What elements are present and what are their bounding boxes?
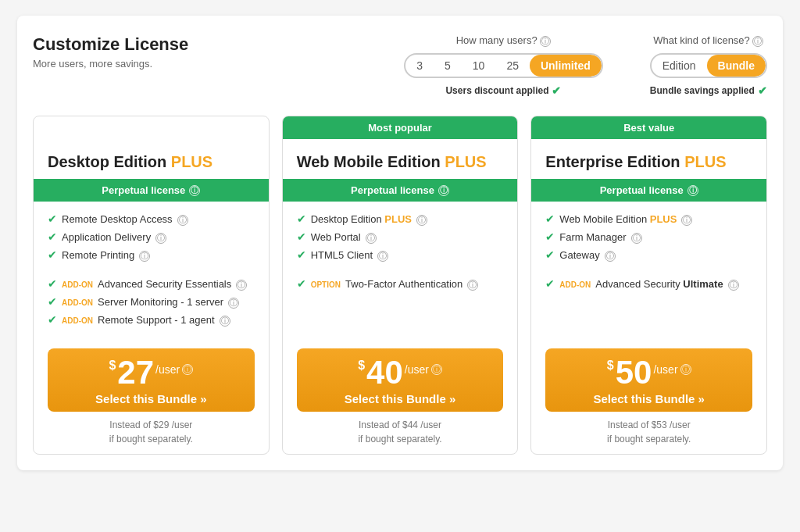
check-icon: ✔ [297,248,306,261]
header-controls: How many users? ⓘ 3 5 10 25 Unlimited Us… [404,34,767,97]
price-top: $ 50 /user ⓘ [545,356,752,389]
price-note: Instead of $53 /userif bought separately… [545,418,752,446]
users-control-group: How many users? ⓘ 3 5 10 25 Unlimited Us… [404,34,603,97]
card-enterprise-badge: Best value [531,116,766,139]
card-desktop-title-section: Desktop Edition PLUS [34,139,269,179]
card-webmobile: Most popular Web Mobile Edition PLUS Per… [282,116,519,455]
check-icon: ✔ [48,230,57,243]
check-icon: ✔ [48,212,57,225]
check-icon: ✔ [48,313,57,326]
page-subtitle: More users, more savings. [33,58,188,70]
select-bundle-label: Select this Bundle » [297,392,504,405]
webmobile-license-info-icon[interactable]: ⓘ [438,185,449,196]
card-desktop-title: Desktop Edition PLUS [48,153,255,171]
card-enterprise: Best value Enterprise Edition PLUS Perpe… [530,116,767,455]
users-option-25[interactable]: 25 [495,55,530,77]
card-desktop-select-button[interactable]: $ 27 /user ⓘ Select this Bundle » [48,348,255,412]
check-icon: ✔ [48,248,57,261]
card-enterprise-features: ✔ Web Mobile Edition PLUS ⓘ ✔ Farm Manag… [531,202,766,337]
title-section: Customize License More users, more savin… [33,34,188,70]
license-pill-selector: Edition Bundle [650,53,767,78]
check-icon: ✔ [297,230,306,243]
users-option-10[interactable]: 10 [462,55,496,77]
card-webmobile-features: ✔ Desktop Edition PLUS ⓘ ✔ Web Portal ⓘ … [283,202,518,337]
users-discount-check-icon: ✔ [552,84,561,97]
price-top: $ 27 /user ⓘ [48,356,255,389]
feature-info-icon[interactable]: ⓘ [377,251,388,262]
card-desktop-price-section: $ 27 /user ⓘ Select this Bundle » Instea… [34,337,269,454]
license-info-icon[interactable]: ⓘ [752,36,763,47]
price-top: $ 40 /user ⓘ [297,356,504,389]
feature-item: ✔ Farm Manager ⓘ [545,230,752,244]
feature-info-icon[interactable]: ⓘ [605,251,616,262]
feature-info-icon[interactable]: ⓘ [177,215,188,226]
license-option-bundle[interactable]: Bundle [707,55,766,77]
card-desktop-license-bar: Perpetual license ⓘ [34,179,269,202]
price-note: Instead of $44 /userif bought separately… [297,418,504,446]
check-icon: ✔ [545,230,555,243]
price-info-icon[interactable]: ⓘ [431,364,442,375]
feature-info-icon[interactable]: ⓘ [366,233,377,244]
price-info-icon[interactable]: ⓘ [680,364,691,375]
feature-info-icon[interactable]: ⓘ [139,251,150,262]
license-option-edition[interactable]: Edition [652,55,707,77]
page-title: Customize License [33,34,188,55]
card-webmobile-select-button[interactable]: $ 40 /user ⓘ Select this Bundle » [297,348,504,412]
check-icon: ✔ [545,277,555,290]
users-label: How many users? ⓘ [456,34,552,47]
users-option-3[interactable]: 3 [405,55,434,77]
card-desktop: ​ Desktop Edition PLUS Perpetual license… [33,116,270,455]
feature-item: ✔ ADD-ON Advanced Security Essentials ⓘ [48,277,255,291]
license-control-group: What kind of license? ⓘ Edition Bundle B… [650,34,767,97]
card-enterprise-select-button[interactable]: $ 50 /user ⓘ Select this Bundle » [545,348,752,412]
users-option-5[interactable]: 5 [434,55,462,77]
feature-item: ✔ Web Mobile Edition PLUS ⓘ [545,212,752,226]
feature-info-icon[interactable]: ⓘ [236,280,247,291]
feature-item: ✔ ADD-ON Remote Support - 1 agent ⓘ [48,313,255,327]
card-enterprise-price-section: $ 50 /user ⓘ Select this Bundle » Instea… [531,337,766,454]
users-option-unlimited[interactable]: Unlimited [530,55,602,77]
enterprise-license-info-icon[interactable]: ⓘ [688,185,698,196]
feature-item: ✔ HTML5 Client ⓘ [297,248,504,262]
feature-info-icon[interactable]: ⓘ [631,233,642,244]
feature-info-icon[interactable]: ⓘ [728,280,739,291]
users-info-icon[interactable]: ⓘ [540,36,551,47]
check-icon: ✔ [297,212,306,225]
check-icon: ✔ [48,295,57,308]
desktop-license-info-icon[interactable]: ⓘ [189,185,200,196]
select-bundle-label: Select this Bundle » [545,392,752,405]
card-enterprise-title: Enterprise Edition PLUS [545,153,752,171]
users-pill-selector: 3 5 10 25 Unlimited [404,53,603,78]
feature-info-icon[interactable]: ⓘ [467,280,478,291]
check-icon: ✔ [545,248,555,261]
feature-spacer [48,266,255,273]
select-bundle-label: Select this Bundle » [48,392,255,405]
feature-info-icon[interactable]: ⓘ [220,316,230,327]
feature-info-icon[interactable]: ⓘ [681,215,692,226]
price-info-icon[interactable]: ⓘ [182,364,193,375]
card-desktop-features: ✔ Remote Desktop Access ⓘ ✔ Application … [34,202,269,337]
feature-item: ✔ Remote Printing ⓘ [48,248,255,262]
card-enterprise-title-section: Enterprise Edition PLUS [531,139,766,179]
feature-info-icon[interactable]: ⓘ [228,298,239,309]
users-discount-badge: Users discount applied ✔ [445,84,561,97]
feature-item: ✔ OPTION Two-Factor Authentication ⓘ [297,277,504,291]
card-enterprise-license-bar: Perpetual license ⓘ [531,179,766,202]
feature-info-icon[interactable]: ⓘ [416,215,427,226]
feature-info-icon[interactable]: ⓘ [155,233,166,244]
card-webmobile-title: Web Mobile Edition PLUS [297,153,504,171]
feature-item: ✔ Gateway ⓘ [545,248,752,262]
card-webmobile-title-section: Web Mobile Edition PLUS [283,139,518,179]
license-label: What kind of license? ⓘ [653,34,763,47]
check-icon: ✔ [545,212,555,225]
header-row: Customize License More users, more savin… [33,34,767,97]
cards-row: ​ Desktop Edition PLUS Perpetual license… [33,116,767,455]
feature-item: ✔ ADD-ON Advanced Security Ultimate ⓘ [545,277,752,291]
card-webmobile-price-section: $ 40 /user ⓘ Select this Bundle » Instea… [283,337,518,454]
feature-item: ✔ Web Portal ⓘ [297,230,504,244]
feature-spacer [297,266,504,273]
price-note: Instead of $29 /userif bought separately… [48,418,255,446]
card-webmobile-license-bar: Perpetual license ⓘ [283,179,518,202]
card-webmobile-badge: Most popular [283,116,518,139]
check-icon: ✔ [297,277,306,290]
